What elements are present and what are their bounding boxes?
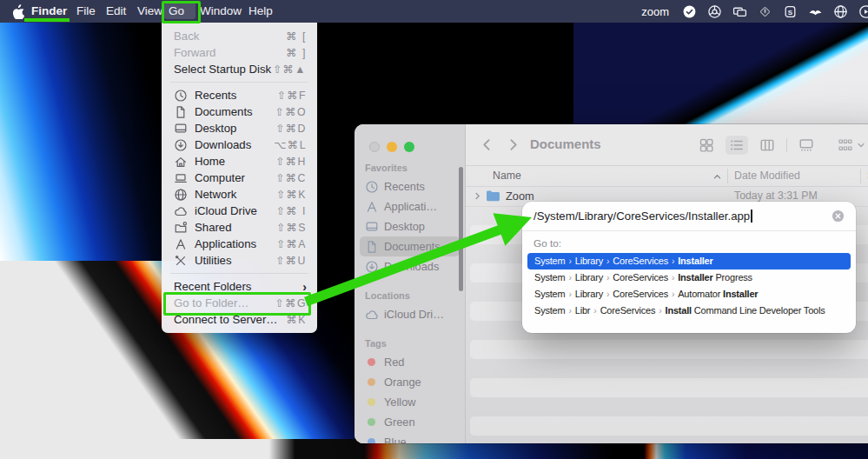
- zoom-menubar-label[interactable]: zoom: [641, 5, 669, 18]
- network-icon: [174, 188, 189, 202]
- file-date-modified: Today at 3:31 PM: [734, 190, 818, 202]
- downloads-icon: [365, 260, 379, 274]
- list-view-button[interactable]: [726, 136, 748, 155]
- path-suggestion-row[interactable]: System›Library›CoreServices›Installer Pr…: [527, 269, 851, 286]
- icloud-icon: [174, 204, 189, 218]
- sidebar-item-recents[interactable]: Recents: [360, 176, 460, 196]
- menu-item-forward[interactable]: Forward⌘ ]: [162, 44, 317, 61]
- svg-text:S: S: [788, 8, 792, 16]
- menu-shortcut: ⇧⌘U: [275, 255, 307, 267]
- menu-item-label: Shared: [195, 221, 232, 234]
- sidebar-item-blue[interactable]: Blue: [360, 432, 460, 443]
- menu-item-back[interactable]: Back⌘ [: [162, 28, 317, 44]
- menu-shortcut: ⇧⌘F: [276, 90, 307, 102]
- menu-item-computer[interactable]: Computer⇧⌘C: [162, 170, 317, 186]
- annotation-go-box: [162, 1, 201, 23]
- sidebar-item-applicati[interactable]: Applicati…: [360, 196, 460, 216]
- gallery-view-button[interactable]: [795, 136, 818, 155]
- path-suggestion-row[interactable]: System›Library›CoreServices›Installer: [527, 253, 851, 269]
- check-circle-icon[interactable]: [682, 4, 697, 19]
- group-by-control[interactable]: [838, 137, 866, 153]
- menu-item-icloud-drive[interactable]: iCloud Drive⇧⌘ I: [162, 203, 317, 219]
- back-button[interactable]: [480, 137, 494, 152]
- column-header-date-modified[interactable]: Date Modified: [734, 170, 800, 182]
- path-crumb: CoreServices: [600, 305, 656, 316]
- menu-shortcut: ⌘ [: [286, 30, 307, 43]
- menu-item-recents[interactable]: Recents⇧⌘F: [162, 87, 317, 103]
- path-suggestion-row[interactable]: System›Library›CoreServices›Automator In…: [527, 286, 851, 303]
- apple-logo-icon[interactable]: [13, 4, 25, 19]
- sidebar-item-desktop[interactable]: Desktop: [360, 216, 460, 236]
- sort-ascending-icon[interactable]: [712, 172, 722, 182]
- menu-shortcut: ⇧⌘A: [276, 238, 307, 250]
- menu-item-label: Recents: [195, 89, 236, 102]
- menu-item-downloads[interactable]: Downloads⌥⌘L: [162, 136, 317, 153]
- close-button[interactable]: [369, 142, 380, 152]
- menu-item-shared[interactable]: Shared⇧⌘S: [162, 219, 317, 236]
- table-row-stripe: [470, 340, 868, 359]
- sidebar-item-icloud-dri[interactable]: iCloud Dri…: [360, 304, 460, 324]
- column-header-row: Name Date Modified S: [466, 166, 868, 187]
- sidebar-scrollbar[interactable]: [459, 167, 463, 291]
- record-icon[interactable]: [858, 4, 868, 19]
- minimize-button[interactable]: [387, 142, 397, 152]
- chevron-separator-icon: ›: [606, 272, 609, 283]
- menu-item-utilities[interactable]: Utilities⇧⌘U: [162, 252, 317, 269]
- disclosure-chevron-icon[interactable]: [473, 191, 482, 201]
- diamond-alert-icon[interactable]: [758, 4, 772, 19]
- path-crumb: CoreServices: [613, 256, 668, 266]
- menu-shortcut: ⇧⌘▲: [273, 63, 307, 76]
- forward-button[interactable]: [506, 137, 520, 152]
- sidebar-item-orange[interactable]: Orange: [360, 372, 460, 392]
- table-row-stripe: [466, 397, 868, 416]
- document-icon: [365, 240, 379, 254]
- annotation-go-to-folder-box: [163, 292, 311, 316]
- window-title: Documents: [530, 136, 601, 151]
- sidebar-item-red[interactable]: Red: [360, 352, 460, 372]
- go-to-label: Go to:: [522, 231, 856, 253]
- column-header-name[interactable]: Name: [493, 170, 521, 182]
- column-divider[interactable]: [727, 169, 728, 183]
- menu-item-select-startup-disk[interactable]: Select Startup Disk⇧⌘▲: [162, 61, 317, 77]
- go-menu-dropdown: Back⌘ [Forward⌘ ]Select Startup Disk⇧⌘▲R…: [162, 23, 317, 333]
- group-by-icon: [838, 137, 853, 153]
- sidebar-item-label: Documents: [384, 240, 441, 253]
- menu-item-network[interactable]: Network⇧⌘K: [162, 186, 317, 203]
- shutter-icon[interactable]: [707, 4, 722, 19]
- column-view-button[interactable]: [756, 136, 779, 155]
- menubar-item-view[interactable]: View: [137, 0, 162, 23]
- wings-icon[interactable]: [808, 4, 823, 19]
- applications-icon: [174, 237, 189, 251]
- column-divider[interactable]: [860, 169, 861, 183]
- menu-item-desktop[interactable]: Desktop⇧⌘D: [162, 120, 317, 136]
- shield-s-icon[interactable]: S: [783, 4, 798, 19]
- path-suggestion-row[interactable]: System›Libr›CoreServices›Install Command…: [527, 302, 851, 318]
- sidebar-item-downloads[interactable]: Downloads: [360, 256, 460, 276]
- menubar-item-help[interactable]: Help: [248, 0, 273, 23]
- chevron-separator-icon: ›: [593, 305, 596, 316]
- globe-hand-icon[interactable]: [833, 4, 848, 19]
- menu-item-label: iCloud Drive: [195, 204, 257, 217]
- path-crumb: Library: [575, 289, 603, 299]
- clear-input-button[interactable]: [832, 210, 845, 223]
- menubar-item-edit[interactable]: Edit: [106, 0, 126, 23]
- path-crumb: System: [534, 272, 565, 283]
- menubar-item-file[interactable]: File: [76, 0, 96, 23]
- desktop-icon: [174, 122, 189, 136]
- menu-item-label: Back: [174, 30, 199, 43]
- menu-item-documents[interactable]: Documents⇧⌘O: [162, 103, 317, 120]
- chevron-separator-icon: ›: [568, 256, 571, 266]
- sidebar-item-documents[interactable]: Documents: [360, 236, 460, 256]
- path-input[interactable]: /System/Library/CoreServices/Installer.a…: [522, 202, 856, 230]
- icon-view-button[interactable]: [695, 136, 718, 155]
- screen-mirroring-icon[interactable]: [732, 4, 747, 19]
- sidebar-item-green[interactable]: Green: [360, 412, 460, 432]
- sidebar-item-label: Blue: [384, 436, 407, 443]
- menu-item-applications[interactable]: Applications⇧⌘A: [162, 236, 317, 252]
- sidebar-item-yellow[interactable]: Yellow: [360, 392, 460, 412]
- zoom-button[interactable]: [404, 142, 414, 152]
- sidebar-section-tags: Tags RedOrangeYellowGreenBlue: [354, 335, 465, 443]
- menubar-item-window[interactable]: Window: [200, 0, 242, 23]
- menu-item-home[interactable]: Home⇧⌘H: [162, 153, 317, 170]
- sidebar-item-label: Orange: [384, 376, 421, 389]
